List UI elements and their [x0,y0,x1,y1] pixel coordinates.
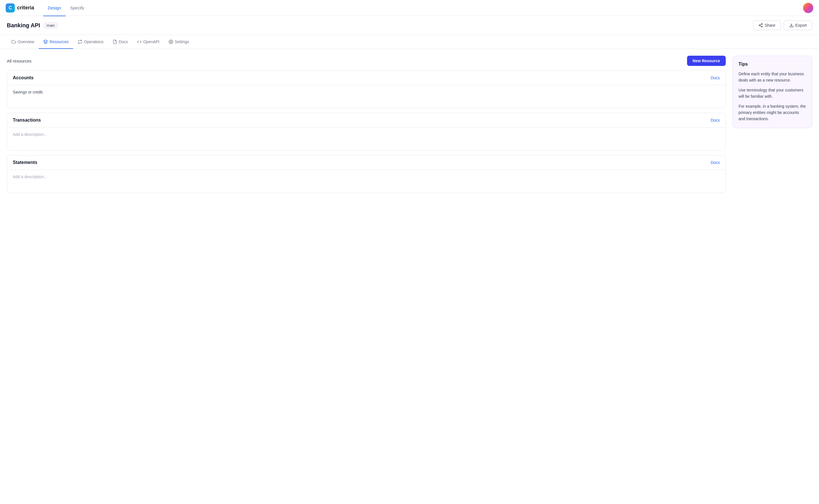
resource-card-statements-header: Statements Docs [7,155,726,170]
svg-point-2 [761,26,762,27]
svg-point-7 [170,41,171,42]
resource-body-accounts: Savings or credit. [7,85,726,108]
settings-icon [168,39,173,44]
nav-item-operations[interactable]: Operations [73,35,108,49]
second-nav: Overview Resources Operations Docs OpenA… [0,35,819,49]
svg-line-4 [760,24,762,25]
svg-point-0 [761,23,762,24]
svg-line-3 [760,26,762,26]
resource-name-statements: Statements [13,160,37,165]
new-resource-button[interactable]: New Resource [687,56,726,66]
nav-item-settings[interactable]: Settings [164,35,194,49]
resource-placeholder-transactions: Add a description... [13,132,47,137]
top-nav-tabs: Design Specify [43,0,89,16]
resource-docs-transactions[interactable]: Docs [711,118,720,122]
resource-card-accounts: Accounts Docs Savings or credit. [7,70,726,108]
resources-icon [43,39,48,44]
resource-docs-statements[interactable]: Docs [711,160,720,165]
sub-header: Banking API main Share Export [0,16,819,35]
resource-name-transactions: Transactions [13,118,41,123]
export-button[interactable]: Export [784,20,812,30]
resource-docs-accounts[interactable]: Docs [711,76,720,80]
docs-icon [113,39,117,44]
share-button[interactable]: Share [753,20,781,30]
main-content: All resources New Resource Accounts Docs… [0,49,819,204]
resource-name-accounts: Accounts [13,75,34,80]
openapi-icon [137,39,142,44]
resource-card-transactions-header: Transactions Docs [7,113,726,128]
resource-card-accounts-header: Accounts Docs [7,71,726,85]
resource-body-statements[interactable]: Add a description... [7,170,726,193]
tips-item-2: For example, in a banking system, the pr… [739,103,806,122]
resource-card-statements: Statements Docs Add a description... [7,155,726,193]
nav-item-openapi[interactable]: OpenAPI [132,35,164,49]
nav-item-resources[interactable]: Resources [39,35,73,49]
tips-item-1: Use terminology that your customers will… [739,87,806,100]
tips-item-0: Define each entity that your business de… [739,71,806,84]
resource-body-transactions[interactable]: Add a description... [7,128,726,150]
sub-header-left: Banking API main [7,22,58,29]
logo: C criteria [6,3,34,13]
operations-icon [78,39,82,44]
logo-icon: C [6,3,15,13]
tab-specify[interactable]: Specify [66,0,89,16]
top-nav: C criteria Design Specify [0,0,819,16]
nav-item-overview[interactable]: Overview [7,35,39,49]
resource-description-accounts: Savings or credit. [13,90,43,94]
content-right: Tips Define each entity that your busine… [733,56,812,197]
svg-point-1 [759,25,760,26]
all-resources-label: All resources [7,59,32,63]
resource-card-transactions: Transactions Docs Add a description... [7,113,726,151]
share-icon [758,23,763,28]
page-title: Banking API [7,22,40,29]
resources-header: All resources New Resource [7,56,726,66]
resource-placeholder-statements: Add a description... [13,174,47,179]
tab-design[interactable]: Design [43,0,66,16]
svg-marker-6 [44,40,47,42]
cloud-icon [11,39,16,44]
tips-panel: Tips Define each entity that your busine… [733,56,812,128]
tips-title: Tips [739,62,806,67]
export-icon [789,23,794,28]
avatar[interactable] [803,3,813,13]
sub-header-right: Share Export [753,20,812,30]
nav-right [803,3,813,13]
nav-item-docs[interactable]: Docs [108,35,132,49]
content-left: All resources New Resource Accounts Docs… [7,56,726,197]
branch-badge: main [43,22,58,28]
logo-text: criteria [17,5,34,11]
